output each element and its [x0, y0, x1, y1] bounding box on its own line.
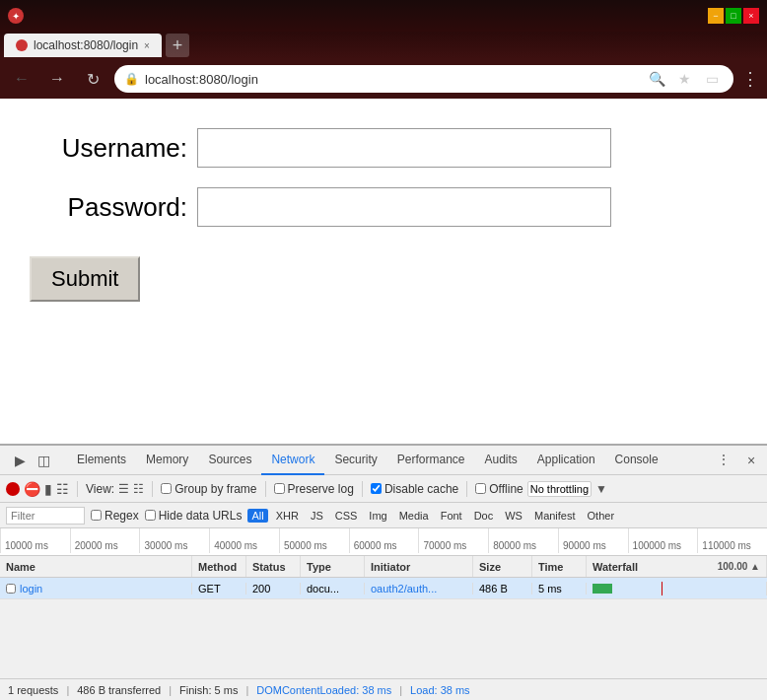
filter-tag-doc[interactable]: Doc	[470, 509, 498, 523]
window-controls: − □ ×	[708, 8, 759, 24]
col-status[interactable]: Status	[246, 556, 301, 577]
filter-tag-all[interactable]: All	[247, 509, 267, 523]
filter-bar: Regex Hide data URLs All XHR JS CSS Img …	[0, 503, 767, 528]
password-row: Password:	[30, 187, 611, 227]
group-by-frame-checkbox[interactable]: Group by frame	[161, 482, 256, 496]
tick-1: 10000 ms	[0, 528, 70, 553]
element-picker-icon[interactable]: ▶	[8, 449, 32, 472]
maximize-button[interactable]: □	[726, 8, 741, 24]
address-text: localhost:8080/login	[145, 72, 639, 87]
password-input[interactable]	[197, 187, 611, 227]
filter-input[interactable]	[6, 507, 85, 525]
devtools-close-button[interactable]: ×	[739, 449, 763, 472]
preserve-log-checkbox[interactable]: Preserve log	[274, 482, 354, 496]
table-row[interactable]: login GET 200 docu... oauth2/auth... 486…	[0, 578, 767, 599]
separator-5	[466, 481, 467, 497]
tab-security[interactable]: Security	[324, 446, 386, 475]
forward-button[interactable]: →	[43, 65, 71, 93]
devtools-panel: ▶ ◫ Elements Memory Sources Network Secu…	[0, 444, 767, 700]
devtools-toolbar: ▶ ◫	[4, 449, 59, 472]
row-checkbox[interactable]	[6, 584, 16, 594]
network-toolbar: ⛔ ▮ ☷ View: ☰ ☷ Group by frame Preserve …	[0, 475, 767, 503]
throttling-select[interactable]: No throttling	[527, 481, 592, 497]
row-waterfall	[587, 582, 767, 595]
row-size: 486 B	[473, 583, 532, 595]
reload-button[interactable]: ↻	[79, 65, 106, 93]
address-input-wrapper[interactable]: 🔒 localhost:8080/login 🔍 ★ ▭	[114, 65, 733, 93]
more-tabs-button[interactable]: ⋮	[708, 446, 739, 475]
devtools-tabs: ▶ ◫ Elements Memory Sources Network Secu…	[0, 446, 767, 475]
password-label: Password:	[30, 192, 187, 223]
disable-cache-checkbox[interactable]: Disable cache	[371, 482, 458, 496]
throttling-dropdown-icon[interactable]: ▼	[595, 482, 607, 496]
separator-1	[77, 481, 78, 497]
stop-button[interactable]: ⛔	[24, 481, 40, 497]
bookmark-icon[interactable]: ★	[672, 67, 696, 91]
capture-screenshot-button[interactable]: ▮	[44, 481, 52, 497]
tick-5: 50000 ms	[279, 528, 349, 553]
tab-sources[interactable]: Sources	[198, 446, 261, 475]
filter-button[interactable]: ☷	[56, 481, 69, 497]
cast-icon[interactable]: ▭	[700, 67, 724, 91]
record-button[interactable]	[6, 482, 20, 496]
new-tab-button[interactable]: +	[166, 34, 189, 57]
filter-tag-js[interactable]: JS	[307, 509, 327, 523]
browser-menu-button[interactable]: ⋮	[741, 68, 759, 90]
hide-data-urls-checkbox[interactable]: Hide data URLs	[145, 509, 243, 523]
username-row: Username:	[30, 128, 611, 168]
list-view-icon[interactable]: ☰	[118, 482, 129, 496]
filter-tag-media[interactable]: Media	[395, 509, 433, 523]
browser-icon: ✦	[8, 8, 24, 24]
tick-6: 60000 ms	[349, 528, 419, 553]
col-waterfall[interactable]: Waterfall 100.00 ▲	[587, 556, 767, 577]
status-requests: 1 requests	[8, 684, 58, 696]
tab-application[interactable]: Application	[527, 446, 605, 475]
table-header: Name Method Status Type Initiator Size T…	[0, 556, 767, 578]
back-button[interactable]: ←	[8, 65, 35, 93]
filter-tag-css[interactable]: CSS	[331, 509, 362, 523]
minimize-button[interactable]: −	[708, 8, 724, 24]
filter-tag-font[interactable]: Font	[437, 509, 466, 523]
tab-memory[interactable]: Memory	[136, 446, 198, 475]
filter-tag-ws[interactable]: WS	[501, 509, 526, 523]
filter-tag-other[interactable]: Other	[584, 509, 619, 523]
filter-tag-manifest[interactable]: Manifest	[530, 509, 580, 523]
timeline-ruler: 10000 ms 20000 ms 30000 ms 40000 ms 5000…	[0, 528, 767, 556]
submit-button[interactable]: Submit	[30, 256, 140, 302]
col-method[interactable]: Method	[192, 556, 246, 577]
active-tab[interactable]: localhost:8080/login ×	[4, 34, 162, 57]
filter-tag-bar: All XHR JS CSS Img Media Font Doc WS Man…	[247, 509, 618, 523]
titlebar-left: ✦	[8, 8, 24, 24]
tick-2: 20000 ms	[70, 528, 140, 553]
col-time[interactable]: Time	[532, 556, 587, 577]
device-toggle-icon[interactable]: ◫	[32, 449, 55, 472]
tree-view-icon[interactable]: ☷	[133, 482, 144, 496]
tab-elements[interactable]: Elements	[67, 446, 136, 475]
tab-audits[interactable]: Audits	[474, 446, 526, 475]
close-button[interactable]: ×	[743, 8, 759, 24]
tick-11: 110000 ms	[697, 528, 767, 553]
col-size[interactable]: Size	[473, 556, 532, 577]
status-transferred: 486 B transferred	[77, 684, 161, 696]
regex-checkbox[interactable]: Regex	[91, 509, 139, 523]
username-input[interactable]	[197, 128, 611, 168]
row-method: GET	[192, 583, 246, 595]
tab-console[interactable]: Console	[605, 446, 668, 475]
tab-performance[interactable]: Performance	[387, 446, 475, 475]
view-label: View:	[86, 482, 114, 496]
tick-10: 100000 ms	[628, 528, 698, 553]
search-icon[interactable]: 🔍	[645, 67, 668, 91]
lock-icon: 🔒	[124, 72, 139, 86]
col-initiator[interactable]: Initiator	[365, 556, 473, 577]
row-status: 200	[246, 583, 301, 595]
tab-favicon	[16, 39, 28, 51]
tab-network[interactable]: Network	[261, 446, 324, 475]
filter-tag-img[interactable]: Img	[365, 509, 390, 523]
col-type[interactable]: Type	[301, 556, 365, 577]
filter-tag-xhr[interactable]: XHR	[272, 509, 303, 523]
tab-title: localhost:8080/login	[34, 38, 138, 52]
tab-close-button[interactable]: ×	[144, 40, 150, 51]
status-bar: 1 requests | 486 B transferred | Finish:…	[0, 678, 767, 700]
col-name[interactable]: Name	[0, 556, 192, 577]
offline-checkbox[interactable]: Offline	[475, 482, 523, 496]
